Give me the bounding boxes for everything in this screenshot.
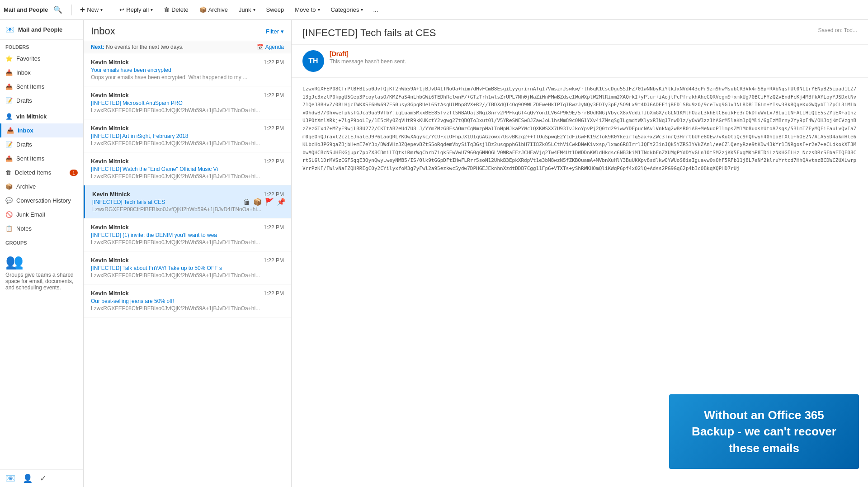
junk-button[interactable]: Junk ▾ <box>234 3 259 17</box>
email-view-meta: TH [Draft] This message hasn't been sent… <box>292 45 868 78</box>
new-button[interactable]: ✚ New ▾ <box>75 3 107 17</box>
email-item[interactable]: Kevin Mitnick 1:22 PM [INFECTED] Microso… <box>84 86 291 119</box>
sidebar-item-conv-history[interactable]: 💬 Conversation History <box>0 194 83 208</box>
filter-button[interactable]: Filter ▾ <box>266 28 284 35</box>
sidebar-item-vin-mitnick[interactable]: 👤 vin Mitnick <box>0 108 83 123</box>
email-preview: LzwxRGXFEP08CfrPlBFBIso0JvfQjKf2hWb59A+1… <box>91 272 284 279</box>
email-subject: [INFECTED] Watch the "End Game" Official… <box>91 166 284 172</box>
next-text: No events for the next two days. <box>106 44 183 50</box>
email-item[interactable]: Kevin Mitnick 1:22 PM [INFECTED] Art in … <box>84 119 291 152</box>
email-preview: LzwxRGXFEP08CfrPlBFBIso0JvfQjKf2hWb59A+1… <box>91 305 284 312</box>
delete-button[interactable]: 🗑 Delete <box>159 3 193 17</box>
more-button[interactable]: ... <box>369 3 382 17</box>
sweep-button[interactable]: Sweep <box>262 3 289 17</box>
email-view-saved: Saved on: Tod... <box>818 27 857 33</box>
main-layout: 📧 Mail and People Folders ⭐ Favorites 📥 … <box>0 20 868 487</box>
email-subject: Your emails have been encrypted <box>91 67 284 73</box>
sidebar-item-sent[interactable]: 📤 Sent Items <box>0 151 83 165</box>
divider-2 <box>111 5 111 15</box>
conv-icon: 💬 <box>5 197 13 204</box>
sidebar-item-deleted[interactable]: 🗑 Deleted Items 1 <box>0 165 83 180</box>
sidebar-item-drafts-top[interactable]: 📝 Drafts <box>0 94 83 108</box>
email-item-header: Kevin Mitnick 1:22 PM <box>92 191 284 198</box>
nav-mail-button[interactable]: 📧 <box>5 473 15 483</box>
email-sender: Kevin Mitnick <box>91 224 129 231</box>
email-subject: [INFECTED] Art in iSight, February 2018 <box>91 133 284 139</box>
email-preview: LzwxRGXFEP08CfrPlBFBIso0JvfQjKf2hWb59A+1… <box>91 173 284 180</box>
email-sender: Kevin Mitnick <box>91 125 129 132</box>
filter-chevron-icon: ▾ <box>281 28 284 35</box>
email-item[interactable]: Kevin Mitnick 1:22 PM Our best-selling j… <box>84 284 291 317</box>
sidebar-title: Mail and People <box>18 26 62 33</box>
nav-tasks-button[interactable]: ✓ <box>40 473 47 483</box>
email-item[interactable]: Kevin Mitnick 1:22 PM [INFECTED] Talk ab… <box>84 251 291 284</box>
sidebar-item-drafts[interactable]: 📝 Drafts <box>0 137 83 151</box>
app-title: Mail and People <box>4 6 48 13</box>
delete-icon: 🗑 <box>164 6 170 13</box>
new-icon: ✚ <box>80 6 85 13</box>
user-icon: 👤 <box>5 113 13 120</box>
email-preview: LzwxRGXFEP08CfrPlBFBIso0JvfQjKf2hWb59A+1… <box>91 239 284 246</box>
email-time: 1:22 PM <box>264 158 284 165</box>
email-subject: [INFECTED] Microsoft AntiSpam PRO <box>91 100 284 106</box>
email-item-header: Kevin Mitnick 1:22 PM <box>91 257 284 264</box>
groups-description: 👥 Groups give teams a shared space for e… <box>0 247 83 296</box>
notes-icon: 📋 <box>5 225 13 232</box>
agenda-button[interactable]: 📅 Agenda <box>257 44 284 50</box>
draft-badge: [Draft] <box>330 50 857 57</box>
email-actions: 🗑 📦 🚩 📌 <box>243 198 286 206</box>
inbox-panel: Inbox Filter ▾ Next: No events for the n… <box>84 20 292 487</box>
email-item-header: Kevin Mitnick 1:22 PM <box>91 224 284 231</box>
email-sender: Kevin Mitnick <box>91 158 129 165</box>
reply-all-button[interactable]: ↩ Reply all ▾ <box>115 3 157 17</box>
sidebar-item-sent-top[interactable]: 📤 Sent Items <box>0 80 83 94</box>
email-view-panel: [INFECTED] Tech fails at CES Saved on: T… <box>292 20 868 487</box>
email-preview: LzwxRGXFEP08CfrPlBFBIso0JvfQjKf2hWb59A+1… <box>91 140 284 147</box>
new-chevron-icon: ▾ <box>100 7 103 12</box>
deleted-badge: 1 <box>70 170 78 176</box>
junk-chevron-icon: ▾ <box>253 7 255 12</box>
inbox-title: Inbox <box>91 25 115 37</box>
overlay-banner: Without an Office 365 Backup - we can't … <box>669 394 859 469</box>
email-item[interactable]: Kevin Mitnick 1:22 PM [INFECTED] Watch t… <box>84 152 291 185</box>
email-preview: LzwxRGXFEP08CfrPlBFBIso0JvfQjKf2hWb59A+1… <box>91 107 284 113</box>
email-item[interactable]: Kevin Mitnick 1:22 PM Your emails have b… <box>84 53 291 86</box>
email-item[interactable]: Kevin Mitnick 1:22 PM [INFECTED] (1) inv… <box>84 218 291 251</box>
sidebar-item-favorites[interactable]: ⭐ Favorites <box>0 52 83 66</box>
groups-section: Groups <box>0 236 83 247</box>
archive-button[interactable]: 📦 Archive <box>195 3 232 17</box>
next-label: Next: <box>91 44 104 50</box>
email-view-header: [INFECTED] Tech fails at CES Saved on: T… <box>292 20 868 45</box>
email-subject: [INFECTED] Talk about FriYAY! Take up to… <box>91 265 284 271</box>
sidebar-item-junk[interactable]: 🚫 Junk Email <box>0 208 83 222</box>
email-time: 1:22 PM <box>264 191 284 198</box>
app-logo: 📧 <box>5 25 14 34</box>
search-icon[interactable]: 🔍 <box>53 5 62 14</box>
email-view-meta-info: [Draft] This message hasn't been sent. <box>330 50 857 65</box>
email-sender: Kevin Mitnick <box>91 59 129 66</box>
email-archive-button[interactable]: 📦 <box>253 198 262 206</box>
email-delete-button[interactable]: 🗑 <box>243 198 250 206</box>
sidebar-item-inbox-top[interactable]: 📥 Inbox <box>0 66 83 80</box>
divider-1 <box>71 5 72 15</box>
reply-all-icon: ↩ <box>119 6 124 13</box>
groups-icon: 👥 <box>5 253 78 270</box>
move-to-button[interactable]: Move to ▾ <box>290 3 324 17</box>
favorites-icon: ⭐ <box>5 55 13 62</box>
drafts-icon: 📝 <box>5 141 13 148</box>
sidebar-item-archive[interactable]: 📦 Archive <box>0 180 83 194</box>
email-sender: Kevin Mitnick <box>91 92 129 99</box>
sidebar-item-notes[interactable]: 📋 Notes <box>0 222 83 236</box>
email-pin-button[interactable]: 📌 <box>277 198 286 206</box>
email-preview: Oops your emails have been encrypted! Wh… <box>91 74 284 80</box>
sent-icon: 📤 <box>5 155 13 162</box>
email-item-selected[interactable]: Kevin Mitnick 1:22 PM [INFECTED] Tech fa… <box>84 185 291 218</box>
email-item-header: Kevin Mitnick 1:22 PM <box>91 290 284 297</box>
sidebar: 📧 Mail and People Folders ⭐ Favorites 📥 … <box>0 20 84 487</box>
categories-button[interactable]: Categories ▾ <box>326 3 368 17</box>
nav-people-button[interactable]: 👤 <box>23 473 33 483</box>
sent-top-icon: 📤 <box>5 83 13 90</box>
inbox-next-bar: Next: No events for the next two days. 📅… <box>84 41 291 53</box>
email-flag-button[interactable]: 🚩 <box>265 198 274 206</box>
sidebar-item-inbox[interactable]: 📥 Inbox <box>0 123 83 137</box>
